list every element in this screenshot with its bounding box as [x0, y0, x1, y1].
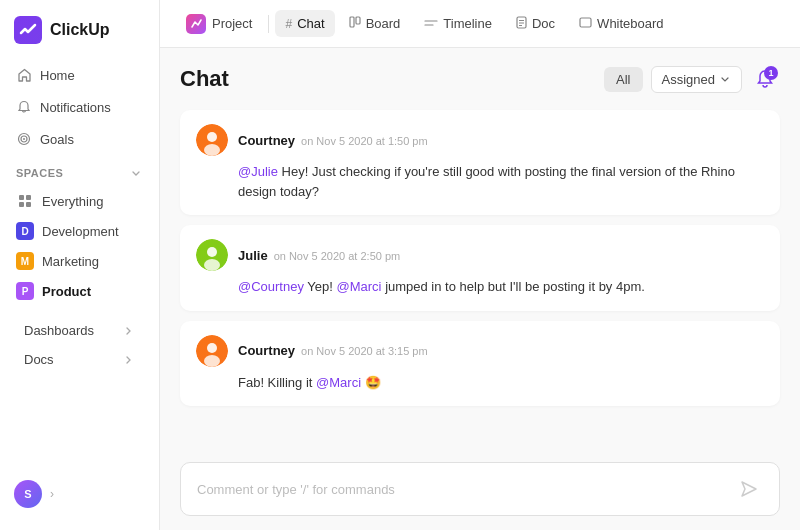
message-author: Julie: [238, 248, 268, 263]
target-icon: [16, 131, 32, 147]
everything-label: Everything: [42, 194, 103, 209]
chat-area: Chat All Assigned 1: [160, 48, 800, 452]
sidebar-item-everything[interactable]: Everything: [0, 186, 159, 216]
chevron-right-icon: [121, 324, 135, 338]
tab-doc-label: Doc: [532, 16, 555, 31]
message-card: Julie on Nov 5 2020 at 2:50 pm @Courtney…: [180, 225, 780, 311]
tab-chat[interactable]: # Chat: [275, 10, 334, 37]
chevron-right-icon: [121, 353, 135, 367]
sidebar: ClickUp Home Notifications Goals Spaces: [0, 0, 160, 530]
message-meta: Courtney on Nov 5 2020 at 3:15 pm: [238, 343, 428, 358]
tab-chat-label: Chat: [297, 16, 324, 31]
message-body: @Courtney Yep! @Marci jumped in to help …: [238, 277, 764, 297]
logo-area: ClickUp: [0, 12, 159, 60]
spaces-section-header: Spaces: [0, 154, 159, 186]
message-body: Fab! Killing it @Marci 🤩: [238, 373, 764, 393]
grid-icon: [16, 192, 34, 210]
notification-bell-button[interactable]: 1: [750, 64, 780, 94]
message-header: Courtney on Nov 5 2020 at 3:15 pm: [196, 335, 764, 367]
home-label: Home: [40, 68, 75, 83]
notifications-label: Notifications: [40, 100, 111, 115]
tab-whiteboard[interactable]: Whiteboard: [569, 10, 673, 37]
product-label: Product: [42, 284, 91, 299]
comment-placeholder-text: Comment or type '/' for commands: [197, 482, 395, 497]
marketing-badge: M: [16, 252, 34, 270]
message-time: on Nov 5 2020 at 3:15 pm: [301, 345, 428, 357]
sidebar-item-docs[interactable]: Docs: [8, 345, 151, 374]
sidebar-footer: S ›: [0, 470, 159, 518]
spaces-label: Spaces: [16, 167, 63, 179]
message-text: Fab! Killing it: [238, 375, 316, 390]
filter-assigned-dropdown[interactable]: Assigned: [651, 66, 742, 93]
comment-input-box[interactable]: Comment or type '/' for commands: [180, 462, 780, 516]
svg-rect-0: [14, 16, 42, 44]
message-author: Courtney: [238, 343, 295, 358]
svg-point-24: [207, 343, 217, 353]
whiteboard-icon: [579, 17, 592, 31]
chevron-down-icon: [129, 166, 143, 180]
project-label: Project: [212, 16, 252, 31]
notification-count-badge: 1: [764, 66, 778, 80]
svg-rect-4: [19, 195, 24, 200]
timeline-icon: [424, 17, 438, 31]
project-tab[interactable]: Project: [176, 8, 262, 40]
top-nav: Project # Chat Board Timeline Doc: [160, 0, 800, 48]
filter-all-button[interactable]: All: [604, 67, 642, 92]
home-icon: [16, 67, 32, 83]
sidebar-item-home[interactable]: Home: [8, 60, 151, 90]
hash-icon: #: [285, 17, 292, 31]
message-header: Julie on Nov 5 2020 at 2:50 pm: [196, 239, 764, 271]
sidebar-item-development[interactable]: D Development: [0, 216, 159, 246]
chat-header: Chat All Assigned 1: [180, 64, 780, 94]
message-body: @Julie Hey! Just checking if you're stil…: [238, 162, 764, 201]
product-badge: P: [16, 282, 34, 300]
mention: @Courtney: [238, 279, 304, 294]
comment-input-area: Comment or type '/' for commands: [160, 452, 800, 530]
svg-rect-16: [580, 18, 591, 27]
svg-rect-8: [350, 17, 354, 27]
docs-label: Docs: [24, 352, 54, 367]
chevron-right-small-icon: ›: [50, 487, 54, 501]
tab-board-label: Board: [366, 16, 401, 31]
chat-filter-area: All Assigned 1: [604, 64, 780, 94]
svg-point-25: [204, 355, 220, 367]
message-card: Courtney on Nov 5 2020 at 1:50 pm @Julie…: [180, 110, 780, 215]
sidebar-item-marketing[interactable]: M Marketing: [0, 246, 159, 276]
goals-label: Goals: [40, 132, 74, 147]
dropdown-chevron-icon: [719, 73, 731, 85]
message-text: jumped in to help but I'll be posting it…: [385, 279, 645, 294]
tab-timeline[interactable]: Timeline: [414, 10, 502, 37]
user-avatar[interactable]: S: [14, 480, 42, 508]
sidebar-item-dashboards[interactable]: Dashboards: [8, 316, 151, 345]
send-message-button[interactable]: [735, 475, 763, 503]
svg-point-18: [207, 132, 217, 142]
development-label: Development: [42, 224, 119, 239]
development-badge: D: [16, 222, 34, 240]
sidebar-item-notifications[interactable]: Notifications: [8, 92, 151, 122]
board-icon: [349, 16, 361, 31]
message-text: Hey! Just checking if you're still good …: [238, 164, 735, 199]
chat-title: Chat: [180, 66, 229, 92]
marketing-label: Marketing: [42, 254, 99, 269]
courtney-avatar-2: [196, 335, 228, 367]
message-emoji: 🤩: [365, 375, 381, 390]
svg-rect-5: [26, 195, 31, 200]
sidebar-nav: Home Notifications Goals: [0, 60, 159, 154]
svg-rect-9: [356, 17, 360, 24]
tab-doc[interactable]: Doc: [506, 10, 565, 38]
tab-board[interactable]: Board: [339, 10, 411, 37]
app-name: ClickUp: [50, 21, 110, 39]
message-card: Courtney on Nov 5 2020 at 3:15 pm Fab! K…: [180, 321, 780, 407]
svg-point-22: [204, 259, 220, 271]
main-content: Project # Chat Board Timeline Doc: [160, 0, 800, 530]
svg-rect-7: [26, 202, 31, 207]
mention: @Julie: [238, 164, 278, 179]
courtney-avatar-1: [196, 124, 228, 156]
tab-timeline-label: Timeline: [443, 16, 492, 31]
mention: @Marci: [337, 279, 382, 294]
message-time: on Nov 5 2020 at 2:50 pm: [274, 250, 401, 262]
sidebar-item-product[interactable]: P Product: [0, 276, 159, 306]
sidebar-item-goals[interactable]: Goals: [8, 124, 151, 154]
message-meta: Courtney on Nov 5 2020 at 1:50 pm: [238, 133, 428, 148]
svg-point-19: [204, 144, 220, 156]
